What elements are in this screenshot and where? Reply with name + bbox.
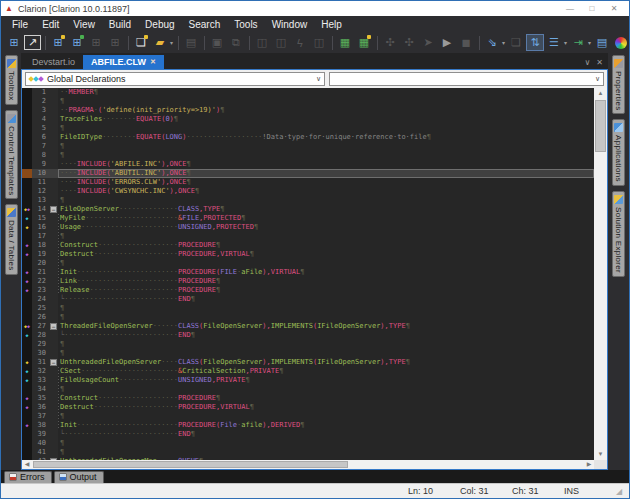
fold-marker-icon[interactable]: − xyxy=(50,206,57,213)
icon-margin[interactable]: ◆ xyxy=(22,241,32,250)
tab-output[interactable]: Output xyxy=(54,471,104,483)
step-over-button[interactable]: ➤ xyxy=(419,34,437,51)
close-tab-icon[interactable]: ✕ xyxy=(150,58,156,66)
icon-margin[interactable] xyxy=(22,142,32,151)
fold-column[interactable] xyxy=(49,169,58,178)
code-line[interactable]: ◆33FileUsageCount··············UNSIGNED,… xyxy=(22,376,594,385)
icon-margin[interactable] xyxy=(22,439,32,448)
fold-column[interactable] xyxy=(49,295,58,304)
scroll-up-icon[interactable]: ▲ xyxy=(594,88,607,99)
fold-column[interactable]: − xyxy=(49,322,58,331)
icon-margin[interactable] xyxy=(22,232,32,241)
horizontal-scrollbar-thumb[interactable] xyxy=(33,461,348,468)
fold-column[interactable] xyxy=(49,178,58,187)
vertical-scrollbar-thumb[interactable] xyxy=(595,100,606,152)
open-solution-button[interactable]: ⊞ xyxy=(5,34,23,51)
code-line[interactable]: ◆38Init························PROCEDURE… xyxy=(22,421,594,430)
icon-margin[interactable]: ◆ xyxy=(22,286,32,295)
code-line[interactable]: 8¶ xyxy=(22,151,594,160)
fold-column[interactable] xyxy=(49,124,58,133)
generate-code-button[interactable]: ▦ xyxy=(336,34,354,51)
cut-button[interactable]: ◫ xyxy=(272,34,290,51)
code-line[interactable]: ◆23Release·····················PROCEDURE… xyxy=(22,286,594,295)
code-line[interactable]: 30¶ xyxy=(22,349,594,358)
menu-edit[interactable]: Edit xyxy=(35,17,66,32)
fold-column[interactable] xyxy=(49,349,58,358)
paste-button[interactable]: ▤ xyxy=(182,34,200,51)
code-line[interactable]: 1··MEMBER¶ xyxy=(22,88,594,97)
icon-margin[interactable]: ◆ xyxy=(22,376,32,385)
icon-margin[interactable]: ◆◆ xyxy=(22,205,32,214)
icon-margin[interactable] xyxy=(22,448,32,457)
fold-column[interactable] xyxy=(49,367,58,376)
code-line[interactable]: 5¶ xyxy=(22,124,594,133)
menu-file[interactable]: File xyxy=(5,17,35,32)
icon-margin[interactable] xyxy=(22,349,32,358)
icon-margin[interactable]: ◆ xyxy=(22,214,32,223)
icon-margin[interactable]: ◆ xyxy=(22,331,32,340)
code-text[interactable]: ··MEMBER¶ xyxy=(58,88,594,97)
code-text[interactable]: ····INCLUDE('CWSYNCHC.INC'),ONCE¶ xyxy=(58,187,594,196)
code-line[interactable]: 6FileIDType········EQUATE(LONG)·········… xyxy=(22,133,594,142)
code-text[interactable]: ¶ xyxy=(58,97,594,106)
icon-margin[interactable] xyxy=(22,304,32,313)
build-button[interactable]: ϟ xyxy=(291,34,309,51)
code-line[interactable]: ◆◆14−FileOpenServer··············CLASS,T… xyxy=(22,205,594,214)
code-line[interactable]: ◆19Destruct····················PROCEDURE… xyxy=(22,250,594,259)
icon-margin[interactable]: ◆ xyxy=(22,250,32,259)
code-line[interactable]: 24└···························END¶ xyxy=(22,295,594,304)
code-text[interactable]: CSect·······················&CriticalSec… xyxy=(58,367,594,376)
code-line[interactable]: 40¶ xyxy=(22,439,594,448)
code-line[interactable]: ◆31−UnthreadedFileOpenServer····CLASS(Fi… xyxy=(22,358,594,367)
code-line[interactable]: ◆32CSect·······················&Critical… xyxy=(22,367,594,376)
code-text[interactable]: ¶ xyxy=(58,124,594,133)
code-text[interactable]: ¶ xyxy=(58,349,594,358)
fold-column[interactable] xyxy=(49,133,58,142)
code-line[interactable]: 4TraceFiles········EQUATE(0)¶ xyxy=(22,115,594,124)
icon-margin[interactable] xyxy=(22,106,32,115)
code-line[interactable]: ◆36Destruct····················PROCEDURE… xyxy=(22,403,594,412)
icon-margin[interactable] xyxy=(22,313,32,322)
code-line[interactable]: ◆21Init························PROCEDURE… xyxy=(22,268,594,277)
new-file-button[interactable]: ❏ xyxy=(132,34,150,51)
scroll-down-icon[interactable]: ▼ xyxy=(594,449,607,460)
comment-selection-button[interactable]: ☰▾ xyxy=(545,34,563,51)
code-line[interactable]: 2¶ xyxy=(22,97,594,106)
code-text[interactable]: └···························END¶ xyxy=(58,331,594,340)
code-line[interactable]: ◆35Construct···················PROCEDURE… xyxy=(22,394,594,403)
member-combobox[interactable]: ∨ xyxy=(329,72,604,86)
fold-column[interactable] xyxy=(49,115,58,124)
code-text[interactable]: ¶ xyxy=(58,340,594,349)
fold-column[interactable] xyxy=(49,394,58,403)
icon-margin[interactable] xyxy=(22,187,32,196)
code-line[interactable]: 37¶ xyxy=(22,412,594,421)
fold-column[interactable] xyxy=(49,223,58,232)
icon-margin[interactable] xyxy=(22,412,32,421)
icon-margin[interactable]: ◆ xyxy=(22,358,32,367)
sort-lines-button[interactable]: ⇅ xyxy=(526,34,544,51)
format-document-button[interactable]: ▤ xyxy=(593,34,611,51)
menu-window[interactable]: Window xyxy=(265,17,315,32)
icon-margin[interactable] xyxy=(22,133,32,142)
code-text[interactable]: Init························PROCEDURE(FI… xyxy=(58,268,594,277)
code-text[interactable]: Link························PROCEDURE¶ xyxy=(58,277,594,286)
fold-column[interactable] xyxy=(49,403,58,412)
icon-margin[interactable] xyxy=(22,88,32,97)
icon-margin[interactable] xyxy=(22,430,32,439)
fold-column[interactable] xyxy=(49,160,58,169)
file-list-dropdown-icon[interactable]: ∨ xyxy=(584,58,590,67)
copy-button[interactable]: ◫ xyxy=(253,34,271,51)
code-text[interactable]: ¶ xyxy=(58,412,594,421)
fold-column[interactable] xyxy=(49,385,58,394)
code-text[interactable]: ····INCLUDE('ABUTIL.INC'),ONCE¶ xyxy=(58,169,594,178)
close-application-button[interactable]: ⊞ xyxy=(106,34,124,51)
code-text[interactable]: ¶ xyxy=(58,142,594,151)
code-text[interactable]: ····INCLUDE('ABFILE.INC'),ONCE¶ xyxy=(58,160,594,169)
icon-margin[interactable]: ◆ xyxy=(22,367,32,376)
fold-column[interactable] xyxy=(49,214,58,223)
fold-column[interactable] xyxy=(49,88,58,97)
vertical-scrollbar[interactable]: ▲ ▼ xyxy=(594,88,607,460)
code-text[interactable]: TraceFiles········EQUATE(0)¶ xyxy=(58,115,594,124)
fold-column[interactable] xyxy=(49,232,58,241)
fold-marker-icon[interactable]: − xyxy=(50,323,57,330)
